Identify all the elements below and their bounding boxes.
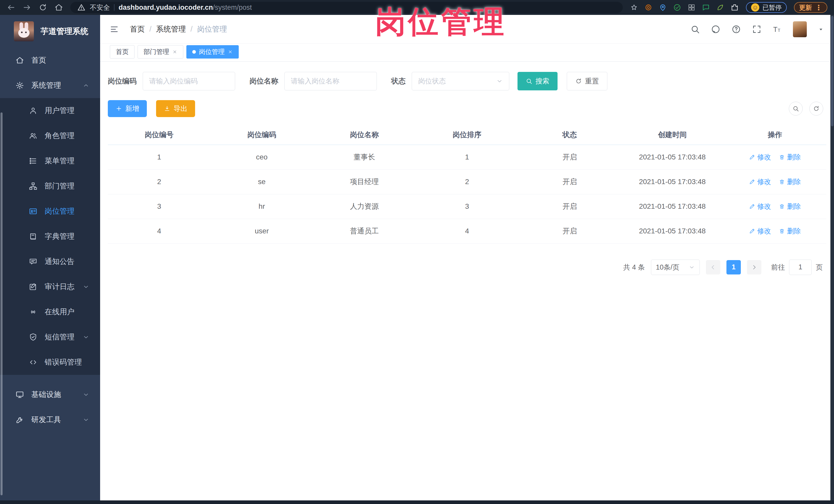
github-icon[interactable] xyxy=(711,24,721,34)
sidebar-item-岗位管理[interactable]: 岗位管理 xyxy=(0,199,100,224)
delete-link[interactable]: 删除 xyxy=(779,226,801,236)
close-icon[interactable] xyxy=(228,49,233,54)
browser-home-icon[interactable] xyxy=(54,3,63,12)
user-avatar[interactable] xyxy=(793,21,807,37)
export-button[interactable]: 导出 xyxy=(156,100,195,117)
ext-grid-icon[interactable] xyxy=(687,3,696,12)
edit-link[interactable]: 修改 xyxy=(749,202,771,211)
svg-text:T: T xyxy=(778,27,781,32)
question-icon[interactable] xyxy=(731,24,741,34)
pagination: 共 4 条 10条/页 1 前往 页 xyxy=(108,260,826,275)
sidebar-item-菜单管理[interactable]: 菜单管理 xyxy=(0,148,100,174)
dict-book-icon xyxy=(29,232,38,241)
sidebar-item-部门管理[interactable]: 部门管理 xyxy=(0,174,100,199)
browser-forward-icon[interactable] xyxy=(23,3,31,12)
breadcrumb-separator: / xyxy=(191,25,193,34)
post-code-input[interactable] xyxy=(143,72,235,90)
edit-link[interactable]: 修改 xyxy=(749,226,771,236)
search-icon[interactable] xyxy=(690,24,700,34)
breadcrumb-item[interactable]: 首页 xyxy=(130,24,145,35)
update-button[interactable]: 更新 ⋮ xyxy=(794,2,827,13)
ext-leaf-icon[interactable] xyxy=(716,3,724,12)
sidebar-item-角色管理[interactable]: 角色管理 xyxy=(0,123,100,148)
status-select[interactable]: 岗位状态 xyxy=(412,72,509,90)
delete-link[interactable]: 删除 xyxy=(779,177,801,187)
sidebar-item-错误码管理[interactable]: 错误码管理 xyxy=(0,350,100,375)
ext-pin-icon[interactable] xyxy=(659,3,667,12)
fullscreen-icon[interactable] xyxy=(752,24,762,34)
caret-down-icon[interactable] xyxy=(817,26,824,32)
hamburger-icon[interactable] xyxy=(110,25,118,34)
app-logo-row[interactable]: 芋道管理系统 xyxy=(0,15,100,48)
sidebar-item-首页[interactable]: 首页 xyxy=(0,48,100,73)
sidebar-scrollbar[interactable] xyxy=(1,112,3,495)
prev-page-button[interactable] xyxy=(706,260,720,275)
add-button[interactable]: 新增 xyxy=(108,100,147,117)
search-icon xyxy=(526,78,532,85)
browser-reload-icon[interactable] xyxy=(39,3,47,12)
goto-page-input[interactable] xyxy=(789,260,812,275)
cell-name: 项目经理 xyxy=(313,170,416,194)
edit-link[interactable]: 修改 xyxy=(749,153,771,162)
page-number-1[interactable]: 1 xyxy=(726,260,741,275)
sidebar-item-在线用户[interactable]: 在线用户 xyxy=(0,299,100,325)
ext-chat-icon[interactable] xyxy=(702,3,710,12)
search-button[interactable]: 搜索 xyxy=(518,72,557,90)
table-toolbar: 新增 导出 xyxy=(108,100,826,117)
column-header: 岗位名称 xyxy=(313,125,416,145)
sidebar-item-基础设施[interactable]: 基础设施 xyxy=(0,382,100,407)
sidebar-item-字典管理[interactable]: 字典管理 xyxy=(0,224,100,249)
close-icon[interactable] xyxy=(172,49,177,54)
tab-岗位管理[interactable]: 岗位管理 xyxy=(186,45,239,59)
svg-text:T: T xyxy=(773,25,777,33)
sidebar-item-label: 审计日志 xyxy=(45,282,74,292)
delete-link[interactable]: 删除 xyxy=(779,153,801,162)
tab-首页[interactable]: 首页 xyxy=(110,45,134,59)
reset-button[interactable]: 重置 xyxy=(567,72,607,90)
tab-label: 首页 xyxy=(116,47,129,56)
browser-menu-kebab-icon[interactable]: ⋮ xyxy=(815,3,822,12)
omnibox-divider xyxy=(114,4,114,11)
paused-badge[interactable]: ☺ 已暂停 xyxy=(746,2,787,13)
scrollbar-thumb[interactable] xyxy=(831,16,833,126)
next-page-button[interactable] xyxy=(747,260,761,275)
sidebar-item-研发工具[interactable]: 研发工具 xyxy=(0,407,100,432)
breadcrumb-item[interactable]: 系统管理 xyxy=(156,24,186,35)
toggle-search-button[interactable] xyxy=(789,102,803,115)
sidebar-item-用户管理[interactable]: 用户管理 xyxy=(0,98,100,123)
bookmark-star-icon[interactable] xyxy=(630,3,638,12)
extension-icons xyxy=(630,3,739,12)
browser-back-icon[interactable] xyxy=(7,3,16,12)
sidebar-item-系统管理[interactable]: 系统管理 xyxy=(0,73,100,98)
page-size-select[interactable]: 10条/页 xyxy=(651,260,700,275)
cell-status: 开启 xyxy=(518,194,621,219)
app-logo xyxy=(14,21,34,41)
logo-art xyxy=(18,28,29,38)
logo-art xyxy=(25,31,27,33)
chevron-down-icon xyxy=(83,416,89,423)
sidebar-item-审计日志[interactable]: 审计日志 xyxy=(0,274,100,299)
cell-created: 2021-01-05 17:03:48 xyxy=(621,194,724,219)
address-bar[interactable]: 不安全 dashboard.yudao.iocoder.cn/system/po… xyxy=(70,2,623,13)
ext-puzzle-icon[interactable] xyxy=(730,3,739,12)
cell-code: ceo xyxy=(211,145,313,170)
tab-部门管理[interactable]: 部门管理 xyxy=(137,45,183,59)
post-card-icon xyxy=(29,207,38,216)
font-size-icon[interactable]: TT xyxy=(772,24,782,34)
sidebar-item-label: 在线用户 xyxy=(45,307,74,317)
post-name-input[interactable] xyxy=(284,72,377,90)
sidebar-item-短信管理[interactable]: 短信管理 xyxy=(0,325,100,350)
edit-link[interactable]: 修改 xyxy=(749,177,771,187)
ext-check-badge-icon[interactable] xyxy=(673,3,681,12)
post-name-label: 岗位名称 xyxy=(249,76,278,86)
sidebar-item-通知公告[interactable]: 通知公告 xyxy=(0,249,100,274)
emoji-face-icon: ☺ xyxy=(751,3,759,12)
browser-scrollbar[interactable] xyxy=(830,15,834,500)
window-bottom-edge xyxy=(0,500,834,504)
cell-actions: 修改删除 xyxy=(724,170,826,194)
cell-created: 2021-01-05 17:03:48 xyxy=(621,170,724,194)
cell-name: 人力资源 xyxy=(313,194,416,219)
refresh-table-button[interactable] xyxy=(809,102,823,115)
ext-donut-icon[interactable] xyxy=(644,3,653,12)
delete-link[interactable]: 删除 xyxy=(779,202,801,211)
